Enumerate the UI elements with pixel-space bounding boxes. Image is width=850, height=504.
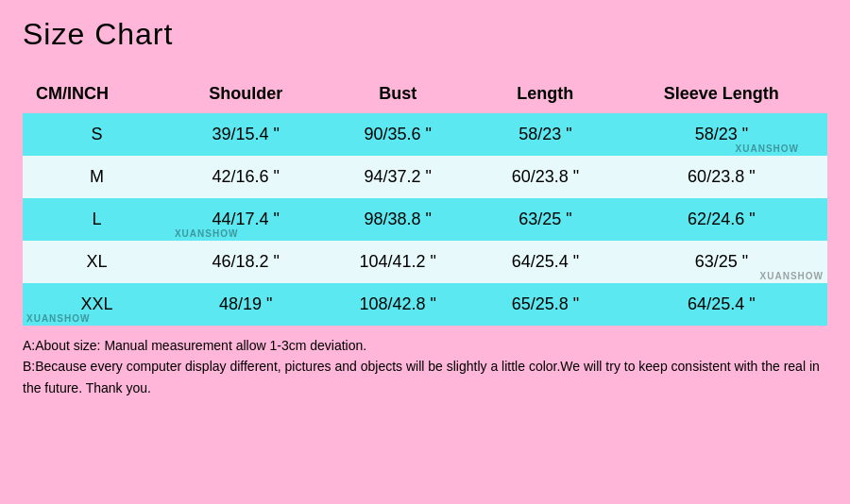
cell-sleeve: 63/25 "XUANSHOW [616, 241, 827, 283]
watermark: XUANSHOW [26, 313, 90, 324]
footnote-b: B:Because every computer display differe… [23, 356, 827, 398]
size-chart-table: CM/INCH Shoulder Bust Length Sleeve Leng… [23, 75, 827, 326]
table-row: S39/15.4 "90/35.6 "58/23 "58/23 "XUANSHO… [23, 113, 827, 156]
col-header-shoulder: Shoulder [171, 75, 320, 113]
cell-shoulder: 46/18.2 " [171, 241, 320, 283]
watermark: XUANSHOW [760, 271, 824, 281]
table-header-row: CM/INCH Shoulder Bust Length Sleeve Leng… [23, 75, 827, 113]
cell-size: M [23, 156, 171, 198]
cell-bust: 104/41.2 " [320, 241, 475, 283]
table-row: XL46/18.2 "104/41.2 "64/25.4 "63/25 "XUA… [23, 241, 827, 283]
watermark: XUANSHOW [175, 228, 238, 239]
cell-length: 58/23 " [475, 113, 616, 156]
cell-length: 64/25.4 " [475, 241, 616, 283]
table-row: L44/17.4 "XUANSHOW98/38.8 "63/25 "62/24.… [23, 198, 827, 241]
col-header-length: Length [475, 75, 616, 113]
cell-shoulder: 48/19 " [171, 283, 320, 326]
cell-sleeve: 64/25.4 " [616, 283, 827, 326]
cell-size: S [23, 113, 171, 156]
page-title: Size Chart [23, 17, 827, 52]
cell-size: L [23, 198, 171, 241]
watermark: XUANSHOW [736, 143, 799, 154]
cell-sleeve: 60/23.8 " [616, 156, 827, 198]
col-header-size: CM/INCH [23, 75, 171, 113]
cell-shoulder: 44/17.4 "XUANSHOW [171, 198, 320, 241]
cell-bust: 94/37.2 " [320, 156, 475, 198]
table-row: M42/16.6 "94/37.2 "60/23.8 "60/23.8 " [23, 156, 827, 198]
cell-bust: 90/35.6 " [320, 113, 475, 156]
cell-sleeve: 58/23 "XUANSHOW [616, 113, 827, 156]
col-header-bust: Bust [320, 75, 475, 113]
cell-length: 65/25.8 " [475, 283, 616, 326]
cell-shoulder: 39/15.4 " [171, 113, 320, 156]
col-header-sleeve: Sleeve Length [616, 75, 827, 113]
footnotes: A:About size: Manual measurement allow 1… [23, 335, 827, 398]
cell-sleeve: 62/24.6 " [616, 198, 827, 241]
footnote-a: A:About size: Manual measurement allow 1… [23, 335, 827, 356]
cell-size: XXLXUANSHOW [23, 283, 171, 326]
cell-length: 63/25 " [475, 198, 616, 241]
cell-length: 60/23.8 " [475, 156, 616, 198]
table-row: XXLXUANSHOW48/19 "108/42.8 "65/25.8 "64/… [23, 283, 827, 326]
cell-bust: 98/38.8 " [320, 198, 475, 241]
cell-shoulder: 42/16.6 " [171, 156, 320, 198]
page-container: Size Chart CM/INCH Shoulder Bust Length … [0, 0, 850, 413]
cell-bust: 108/42.8 " [320, 283, 475, 326]
cell-size: XL [23, 241, 171, 283]
